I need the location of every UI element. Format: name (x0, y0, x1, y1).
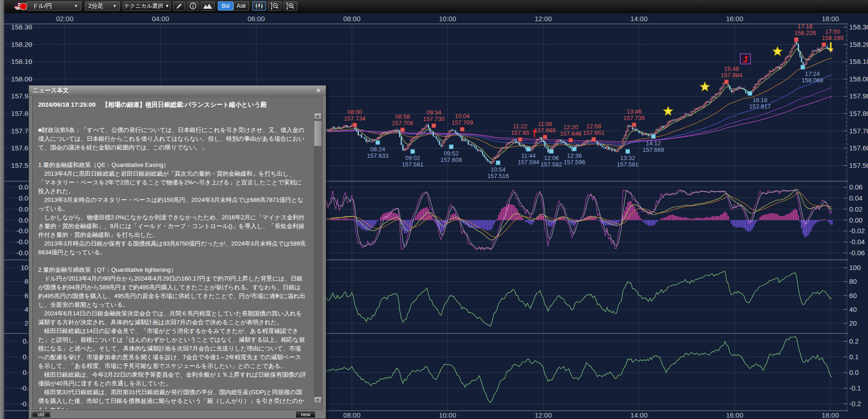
svg-text:40: 40 (849, 305, 857, 313)
chevron-down-icon: ▼ (74, 4, 78, 8)
news-paragraph (38, 257, 306, 265)
svg-text:60: 60 (849, 292, 857, 299)
news-text-area: 2024/06/18 17:25:00 【相場の細道】植田日銀総裁:バランスシー… (32, 97, 323, 410)
ask-label: Ask (237, 3, 246, 9)
svg-text:0.02: 0.02 (849, 205, 862, 213)
news-paragraph: 植田第32代日銀総裁は、黒田第31代日銀総裁が発行国債の半分、国内総生産(GDP… (38, 388, 306, 410)
close-icon[interactable]: ✕ (315, 87, 322, 94)
draw-pencil-button[interactable] (173, 1, 185, 11)
svg-text:158.30: 158.30 (849, 23, 868, 31)
svg-text:0.0: 0.0 (849, 368, 859, 376)
svg-text:12:00: 12:00 (534, 411, 552, 419)
pencil-icon (176, 2, 183, 10)
svg-text:157.70: 157.70 (849, 127, 868, 135)
svg-text:158.10: 158.10 (11, 57, 32, 65)
chart-toolbar: ドル/円 ▼ 2分足 ▼ テクニカル選択 ▼ i Bi (4, 0, 868, 13)
news-paragraph: 2013年3月末時点のマネタリー・ベースは約150兆円、2024年3月末時点では… (38, 195, 306, 213)
chevron-down-icon: ▼ (165, 4, 169, 8)
candle-display-toggle[interactable] (252, 1, 266, 11)
japan-flag-icon (19, 2, 28, 11)
scroll-up-button[interactable]: ▲ (314, 113, 322, 120)
svg-text:0.1: 0.1 (849, 353, 859, 361)
chevron-down-icon: ▼ (113, 4, 117, 8)
bid-label: Bid (221, 3, 229, 9)
zoom-in-icon (286, 2, 295, 10)
svg-text:08:00: 08:00 (343, 15, 361, 23)
news-event-icon (740, 54, 750, 64)
chart-style-button[interactable] (201, 1, 215, 11)
svg-text:i: i (193, 4, 194, 9)
news-paragraph: ドル円が2013年4月の90円台から2024年4月29日の160.17円まで約7… (38, 274, 306, 309)
svg-text:157.80: 157.80 (849, 109, 868, 117)
bid-button[interactable]: Bid (218, 1, 233, 11)
svg-text:-0.1: -0.1 (849, 384, 861, 392)
news-headline: 2024/06/18 17:25:00 【相場の細道】植田日銀総裁:バランスシー… (33, 97, 322, 109)
svg-text:16:00: 16:00 (726, 411, 743, 419)
news-paragraph: 2.量的金融引締政策（QT：Quantitative tightening） (38, 265, 306, 274)
news-body: ■財政法第5条：「すべて、公債の発行については、日本銀行にこれを引き受けさせ、又… (33, 109, 322, 410)
news-paragraph: 植田日銀総裁は14日の記者会見で、「市場がどう消化するかをみてきたが、ある程度確… (38, 327, 306, 370)
news-scrollbar[interactable]: ▲ ▼ (314, 113, 322, 403)
svg-text:10:00: 10:00 (439, 411, 456, 419)
svg-text:158.10: 158.10 (849, 57, 868, 65)
svg-text:158.30: 158.30 (11, 23, 32, 31)
svg-text:10:00: 10:00 (439, 15, 456, 23)
svg-text:158.20: 158.20 (849, 40, 868, 48)
svg-text:06:00: 06:00 (248, 15, 265, 23)
news-paragraph: 2013年4月に黒田日銀総裁と岩田日銀副総裁が「異次元の量的・質的金融緩和」を打… (38, 169, 306, 195)
vertical-zoom-out-button[interactable] (268, 1, 282, 11)
svg-text:158.20: 158.20 (11, 40, 32, 48)
news-paragraph: 1.量的金融緩和政策（QE：Quantitative Easing） (38, 161, 306, 169)
svg-text:158.00: 158.00 (849, 75, 868, 83)
svg-text:0.06: 0.06 (849, 183, 862, 191)
timeframe-value: 2分足 (88, 2, 103, 10)
svg-text:18:00: 18:00 (822, 15, 839, 23)
timeframe-select[interactable]: 2分足 ▼ (85, 1, 120, 11)
svg-text:14:00: 14:00 (630, 411, 648, 419)
svg-text:04:00: 04:00 (152, 15, 169, 23)
technical-select-label: テクニカル選択 (124, 2, 163, 10)
svg-text:02:00: 02:00 (56, 15, 74, 23)
svg-text:-0.04: -0.04 (849, 238, 865, 246)
svg-text:16:00: 16:00 (726, 15, 743, 23)
ask-button[interactable]: Ask (233, 1, 249, 11)
svg-text:100: 100 (849, 264, 861, 271)
news-paragraph (38, 152, 306, 161)
vertical-zoom-in-button[interactable] (284, 1, 297, 11)
info-icon: i (189, 2, 197, 10)
news-paragraph: 2024年6月14日の日銀金融政策決定会合では、月間６兆円程度としていた長期国債… (38, 309, 306, 327)
currency-pair-value: ドル/円 (32, 2, 52, 10)
technical-select-button[interactable]: テクニカル選択 ▼ (123, 1, 170, 11)
svg-text:-0.2: -0.2 (849, 400, 861, 408)
info-button[interactable]: i (187, 1, 199, 11)
svg-text:80: 80 (849, 277, 857, 285)
news-paragraph: しかしながら、物価目標2.0%になかなか到達できなかったため、2016年2月に「… (38, 213, 306, 239)
candlestick-icon (255, 3, 263, 9)
scroll-down-button[interactable]: ▼ (314, 396, 322, 403)
svg-text:20: 20 (849, 319, 857, 327)
old-news-button[interactable]: old (31, 411, 51, 418)
mountain-icon (203, 3, 212, 9)
currency-pair-select[interactable]: ドル/円 ▼ (26, 1, 81, 11)
trading-app-window: ドル/円 ▼ 2分足 ▼ テクニカル選択 ▼ i Bi (0, 0, 868, 419)
svg-text:0.00: 0.00 (849, 216, 862, 224)
svg-text:157.50: 157.50 (849, 161, 868, 169)
new-news-button[interactable]: new (295, 411, 316, 418)
news-popup-titlebar[interactable]: ニュース本文 ✕ (29, 86, 326, 96)
svg-text:18:00: 18:00 (822, 411, 839, 419)
svg-text:158.00: 158.00 (11, 75, 32, 83)
svg-text:157.60: 157.60 (849, 144, 868, 152)
news-paragraph: 2013年3月時点の日銀が保有する国債残高は93兆8750億円だったが、2024… (38, 239, 306, 257)
window-left-edge (0, 0, 4, 419)
news-paragraph: ■財政法第5条：「すべて、公債の発行については、日本銀行にこれを引き受けさせ、又… (38, 126, 306, 152)
svg-text:12:00: 12:00 (534, 15, 552, 23)
svg-text:0.2: 0.2 (849, 337, 859, 345)
scrollbar-thumb[interactable] (314, 121, 322, 146)
svg-text:0.04: 0.04 (849, 194, 862, 202)
svg-text:14:00: 14:00 (630, 15, 648, 23)
news-popup-window[interactable]: ニュース本文 ✕ 2024/06/18 17:25:00 【相場の細道】植田日銀… (28, 85, 326, 419)
zoom-out-icon (270, 2, 279, 10)
news-paragraph: 植田日銀総裁は、今年2月22日の衆院予算委員会で、金利全般が１％上昇すれば日銀保… (38, 370, 306, 388)
news-popup-title: ニュース本文 (33, 86, 69, 95)
svg-text:-0.02: -0.02 (849, 227, 865, 235)
